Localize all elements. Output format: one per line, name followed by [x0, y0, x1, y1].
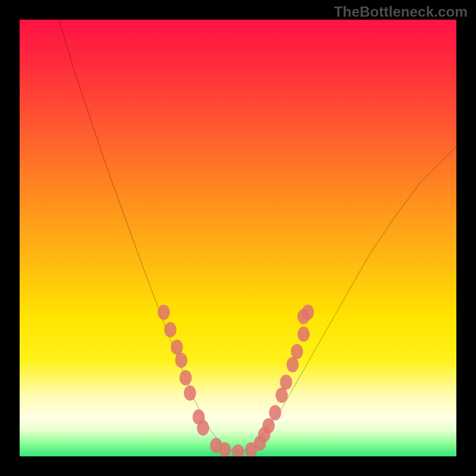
marker-dot — [180, 370, 192, 386]
bottleneck-curve — [59, 20, 456, 452]
watermark-text: TheBottleneck.com — [334, 4, 468, 20]
marker-dot — [197, 420, 209, 436]
marker-dot — [298, 327, 310, 342]
curve-layer — [20, 20, 456, 456]
marker-dot — [262, 418, 275, 434]
plot-area — [20, 20, 456, 456]
marker-dot — [275, 387, 288, 403]
marker-dot — [269, 405, 281, 421]
marker-dot — [280, 374, 292, 390]
marker-dot — [175, 353, 187, 368]
marker-dot — [291, 344, 303, 359]
chart-frame: TheBottleneck.com — [0, 0, 476, 476]
marker-dot — [302, 305, 314, 320]
marker-dot — [164, 322, 177, 337]
marker-dot — [286, 357, 299, 372]
marker-dot — [171, 340, 183, 355]
marker-dot — [184, 386, 196, 401]
marker-dot — [158, 305, 170, 320]
marker-dot — [232, 444, 245, 456]
scatter-markers — [158, 305, 314, 456]
